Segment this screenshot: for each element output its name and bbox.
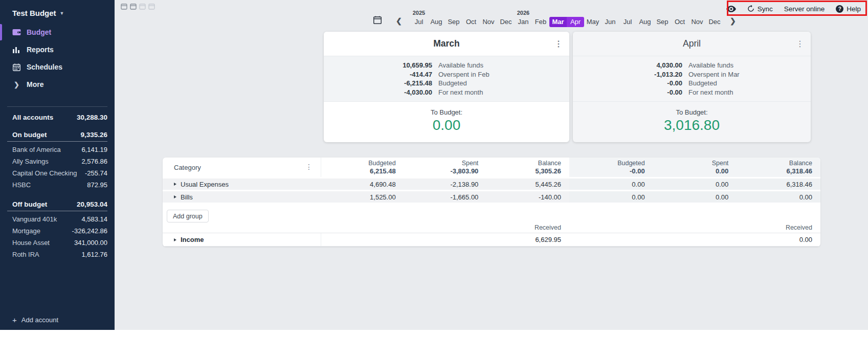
- month-nov-2026[interactable]: Nov: [688, 17, 706, 27]
- summary-amount: -0.00: [573, 79, 682, 88]
- summary-label: Overspent in Feb: [438, 70, 489, 79]
- on-budget-row[interactable]: On budget 9,335.26: [7, 128, 107, 139]
- expand-triangle-icon[interactable]: [174, 238, 176, 241]
- add-account-button[interactable]: + Add account: [12, 316, 58, 324]
- calendar-icon: [373, 16, 382, 24]
- month-oct-2026[interactable]: Oct: [671, 17, 688, 27]
- month-picker-button[interactable]: [373, 16, 382, 26]
- off-budget-row[interactable]: Off budget 20,953.04: [7, 197, 107, 208]
- month-menu-kebab-icon[interactable]: ⋮: [554, 39, 563, 49]
- income-group-row[interactable]: Income 6,629.95 0.00: [163, 233, 820, 247]
- column-total: 6,215.48: [321, 167, 396, 175]
- month-apr-2026-selected[interactable]: Apr: [567, 17, 584, 27]
- account-balance: -255.74: [85, 169, 107, 177]
- summary-label: Available funds: [438, 61, 483, 70]
- month-dec-2026[interactable]: Dec: [706, 17, 723, 27]
- balance-cell[interactable]: 5,445.26: [486, 181, 569, 188]
- spent-cell[interactable]: 0.00: [653, 181, 737, 188]
- account-row-ally-savings[interactable]: Ally Savings 2,576.86: [0, 155, 115, 167]
- spent-cell[interactable]: -1,665.00: [404, 193, 487, 201]
- sidebar-item-label: Budget: [27, 28, 51, 36]
- month-feb-2026[interactable]: Feb: [532, 17, 549, 27]
- month-dec-2025[interactable]: Dec: [497, 17, 515, 27]
- previous-month-button[interactable]: ❮: [396, 17, 402, 25]
- month-nov-2025[interactable]: Nov: [480, 17, 497, 27]
- on-budget-label: On budget: [12, 131, 47, 139]
- category-group-row-usual-expenses[interactable]: Usual Expenses 4,690.48 -2,138.90 5,445.…: [163, 178, 820, 190]
- caret-down-icon: ▼: [60, 11, 64, 16]
- next-month-button[interactable]: ❯: [730, 17, 736, 25]
- one-month-view-icon[interactable]: [121, 3, 127, 10]
- account-row-capital-one-checking[interactable]: Capital One Checking -255.74: [0, 167, 115, 179]
- category-menu-kebab-icon[interactable]: ⋮: [305, 163, 313, 171]
- spent-cell[interactable]: -2,138.90: [404, 181, 487, 188]
- group-name: Bills: [181, 193, 193, 201]
- month-jul-2025[interactable]: Jul: [410, 17, 428, 27]
- income-received-march[interactable]: 6,629.95: [321, 236, 569, 243]
- server-status-button[interactable]: Server online: [784, 5, 825, 13]
- to-budget-amount[interactable]: 3,016.80: [573, 117, 811, 133]
- month-aug-2026[interactable]: Aug: [636, 17, 654, 27]
- budgeted-cell[interactable]: 0.00: [569, 193, 653, 201]
- expand-triangle-icon[interactable]: [174, 183, 176, 186]
- three-month-view-icon[interactable]: [139, 3, 146, 10]
- budgeted-cell[interactable]: 4,690.48: [321, 181, 404, 188]
- year-label-2026: 2026: [515, 10, 532, 16]
- sync-button[interactable]: Sync: [747, 5, 773, 13]
- budgeted-cell[interactable]: 0.00: [569, 181, 653, 188]
- sidebar-item-more[interactable]: ❯ More: [0, 76, 115, 93]
- group-name: Usual Expenses: [181, 181, 229, 188]
- category-column-header: Category: [174, 164, 201, 171]
- month-mar-2026-selected[interactable]: Mar: [549, 17, 567, 27]
- account-row-bank-of-america[interactable]: Bank of America 6,141.19: [0, 144, 115, 155]
- month-jun-2026[interactable]: Jun: [602, 17, 619, 27]
- month-card-april: April ⋮ 4,030.00Available funds -1,013.2…: [573, 32, 811, 142]
- month-jan-2026[interactable]: Jan: [515, 17, 532, 27]
- month-summary: 10,659.95Available funds -414.47Overspen…: [324, 56, 569, 102]
- income-received-april[interactable]: 0.00: [569, 236, 820, 243]
- account-name: Roth IRA: [12, 251, 39, 258]
- month-menu-kebab-icon[interactable]: ⋮: [796, 39, 804, 49]
- add-account-label: Add account: [21, 316, 58, 324]
- summary-amount: -4,030.00: [324, 88, 432, 97]
- account-balance: 341,000.00: [74, 239, 107, 247]
- month-sep-2025[interactable]: Sep: [445, 17, 462, 27]
- expand-triangle-icon[interactable]: [174, 195, 176, 198]
- privacy-toggle-button[interactable]: [726, 6, 736, 12]
- chevron-right-icon: ❯: [12, 81, 21, 88]
- to-budget-amount[interactable]: 0.00: [324, 117, 569, 133]
- all-accounts-row[interactable]: All accounts 30,288.30: [7, 110, 107, 121]
- account-row-mortgage[interactable]: Mortgage -326,242.86: [0, 225, 115, 237]
- sidebar-item-reports[interactable]: Reports: [0, 41, 115, 58]
- add-group-button[interactable]: Add group: [167, 210, 209, 222]
- month-sep-2026[interactable]: Sep: [654, 17, 671, 27]
- month-oct-2025[interactable]: Oct: [462, 17, 480, 27]
- category-group-row-bills[interactable]: Bills 1,525.00 -1,665.00 -140.00 0.00 0.…: [163, 191, 820, 203]
- spent-cell[interactable]: 0.00: [653, 193, 737, 201]
- account-row-roth-ira[interactable]: Roth IRA 1,612.76: [0, 249, 115, 260]
- year-label-2025: 2025: [410, 10, 428, 16]
- account-balance: 6,141.19: [81, 146, 107, 153]
- sync-label: Sync: [758, 5, 773, 13]
- account-name: HSBC: [12, 181, 31, 189]
- balance-cell[interactable]: -140.00: [486, 193, 569, 201]
- balance-cell[interactable]: 0.00: [737, 193, 820, 201]
- budgeted-cell[interactable]: 1,525.00: [321, 193, 404, 201]
- account-row-hsbc[interactable]: HSBC 872.95: [0, 179, 115, 191]
- balance-cell[interactable]: 6,318.46: [737, 181, 820, 188]
- month-jul-2026[interactable]: Jul: [619, 17, 636, 27]
- sidebar-item-schedules[interactable]: Schedules: [0, 58, 115, 76]
- month-may-2026[interactable]: May: [584, 17, 602, 27]
- four-month-view-icon[interactable]: [148, 3, 155, 10]
- two-month-view-icon[interactable]: [130, 3, 137, 10]
- budget-file-switcher[interactable]: Test Budget ▼: [0, 0, 115, 24]
- account-row-vanguard-401k[interactable]: Vanguard 401k 4,583.14: [0, 213, 115, 225]
- help-button[interactable]: ? Help: [836, 5, 861, 13]
- server-status-label: Server online: [784, 5, 825, 13]
- column-total: 5,305.26: [486, 167, 561, 175]
- account-row-house-asset[interactable]: House Asset 341,000.00: [0, 237, 115, 249]
- received-label-march: Received: [321, 224, 569, 231]
- month-aug-2025[interactable]: Aug: [428, 17, 445, 27]
- sidebar-item-budget[interactable]: Budget: [0, 24, 115, 41]
- topbar: Sync Server online ? Help: [726, 3, 861, 14]
